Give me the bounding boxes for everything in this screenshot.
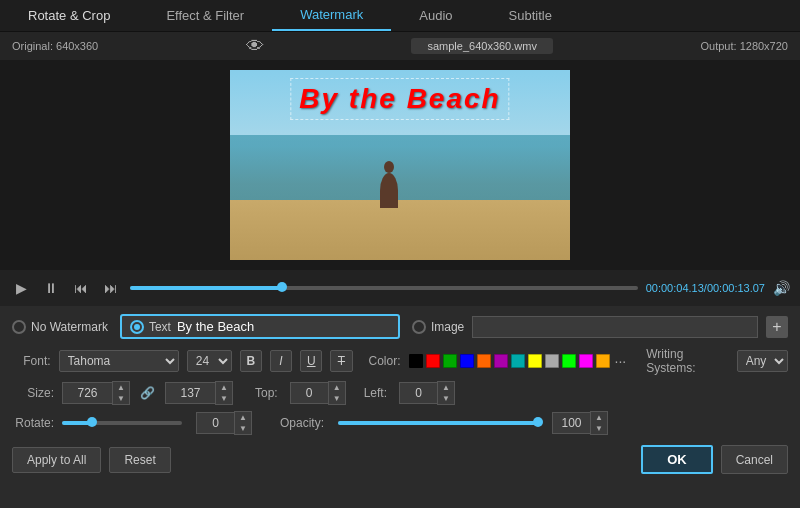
top-input[interactable] [290,382,328,404]
font-size-select[interactable]: 24 [187,350,232,372]
volume-icon[interactable]: 🔊 [773,280,790,296]
width-input[interactable] [62,382,112,404]
height-down-button[interactable]: ▼ [216,393,232,404]
color-swatch-red[interactable] [426,354,440,368]
play-button[interactable]: ▶ [10,277,32,299]
italic-button[interactable]: I [270,350,292,372]
stop-button[interactable]: ⏸ [40,277,62,299]
rotate-up-button[interactable]: ▲ [235,412,251,423]
rotate-input-wrap: ▲ ▼ [196,411,252,435]
color-swatch-orange[interactable] [477,354,491,368]
opacity-input-wrap: ▲ ▼ [552,411,608,435]
cancel-button[interactable]: Cancel [721,445,788,474]
reset-button[interactable]: Reset [109,447,170,473]
opacity-slider-thumb[interactable] [533,417,543,427]
ok-button[interactable]: OK [641,445,713,474]
no-watermark-label: No Watermark [31,320,108,334]
image-watermark-option: Image + [412,316,788,338]
image-path-input[interactable] [472,316,758,338]
more-colors-button[interactable]: ··· [615,353,627,369]
video-frame: By the Beach [230,70,570,260]
left-label: Left: [364,386,387,400]
original-size-label: Original: 640x360 [12,40,98,52]
seek-thumb[interactable] [277,282,287,292]
tab-rotate-crop[interactable]: Rotate & Crop [0,0,138,31]
color-swatch-green[interactable] [443,354,457,368]
underline-button[interactable]: U [300,350,322,372]
tab-subtitle[interactable]: Subtitle [481,0,580,31]
rotate-slider-thumb[interactable] [87,417,97,427]
opacity-stepper: ▲ ▼ [590,411,608,435]
color-swatch-cyan[interactable] [511,354,525,368]
color-swatch-yellow[interactable] [528,354,542,368]
playback-bar: ▶ ⏸ ⏮ ⏭ 00:00:04.13/00:00:13.07 🔊 [0,270,800,306]
strikethrough-button[interactable]: T [330,350,352,372]
no-watermark-option[interactable]: No Watermark [12,320,108,334]
opacity-input[interactable] [552,412,590,434]
seek-bar[interactable] [130,286,638,290]
watermark-text-input[interactable] [177,319,390,334]
tab-watermark[interactable]: Watermark [272,0,391,31]
watermark-text-overlay[interactable]: By the Beach [290,78,509,120]
output-size-label: Output: 1280x720 [701,40,788,52]
color-swatch-black[interactable] [409,354,423,368]
apply-to-all-button[interactable]: Apply to All [12,447,101,473]
size-row: Size: ▲ ▼ 🔗 ▲ ▼ Top: ▲ ▼ Left: [12,381,788,405]
color-swatch-magenta[interactable] [579,354,593,368]
color-swatch-gray[interactable] [545,354,559,368]
rotate-opacity-row: Rotate: ▲ ▼ Opacity: ▲ ▼ [12,411,788,435]
rotate-down-button[interactable]: ▼ [235,423,251,434]
width-down-button[interactable]: ▼ [113,393,129,404]
file-bar: Original: 640x360 👁 sample_640x360.wmv O… [0,32,800,60]
height-input-wrap: ▲ ▼ [165,381,233,405]
rotate-input[interactable] [196,412,234,434]
height-input[interactable] [165,382,215,404]
image-radio[interactable] [412,320,426,334]
width-up-button[interactable]: ▲ [113,382,129,393]
text-watermark-box[interactable]: Text [120,314,400,339]
tab-effect-filter[interactable]: Effect & Filter [138,0,272,31]
left-input-wrap: ▲ ▼ [399,381,455,405]
prev-frame-button[interactable]: ⏮ [70,277,92,299]
text-watermark-option[interactable]: Text [130,320,171,334]
rotate-slider-track[interactable] [62,421,182,425]
left-down-button[interactable]: ▼ [438,393,454,404]
image-radio-wrap[interactable]: Image [412,320,464,334]
left-input[interactable] [399,382,437,404]
seek-progress [130,286,282,290]
top-input-wrap: ▲ ▼ [290,381,346,405]
preview-area: By the Beach [0,60,800,270]
color-label: Color: [369,354,401,368]
top-stepper: ▲ ▼ [328,381,346,405]
height-up-button[interactable]: ▲ [216,382,232,393]
color-swatch-purple[interactable] [494,354,508,368]
no-watermark-radio[interactable] [12,320,26,334]
text-radio-label: Text [149,320,171,334]
add-image-button[interactable]: + [766,316,788,338]
eye-icon[interactable]: 👁 [246,36,264,57]
color-swatch-blue[interactable] [460,354,474,368]
link-dimensions-icon[interactable]: 🔗 [140,386,155,400]
left-up-button[interactable]: ▲ [438,382,454,393]
top-down-button[interactable]: ▼ [329,393,345,404]
bold-button[interactable]: B [240,350,262,372]
text-radio[interactable] [130,320,144,334]
tab-bar: Rotate & Crop Effect & Filter Watermark … [0,0,800,32]
top-up-button[interactable]: ▲ [329,382,345,393]
opacity-label: Opacity: [280,416,324,430]
tab-audio[interactable]: Audio [391,0,480,31]
color-swatch-lime[interactable] [562,354,576,368]
width-input-wrap: ▲ ▼ [62,381,130,405]
opacity-slider-wrap [338,421,538,425]
size-label: Size: [12,386,54,400]
color-swatch-amber[interactable] [596,354,610,368]
opacity-slider-track[interactable] [338,421,538,425]
font-family-select[interactable]: Tahoma [59,350,179,372]
rotate-slider-wrap [62,421,182,425]
next-frame-button[interactable]: ⏭ [100,277,122,299]
video-water [230,135,570,205]
opacity-down-button[interactable]: ▼ [591,423,607,434]
video-person [380,173,398,208]
writing-systems-select[interactable]: Any [737,350,788,372]
opacity-up-button[interactable]: ▲ [591,412,607,423]
